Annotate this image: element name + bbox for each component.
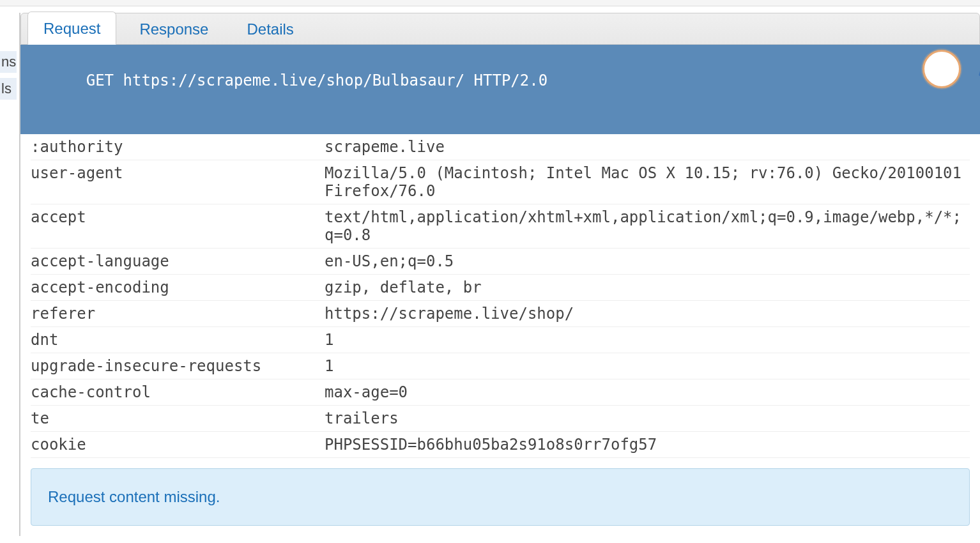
request-line-text: GET https://scrapeme.live/shop/Bulbasaur… xyxy=(86,72,547,89)
header-name: upgrade-insecure-requests xyxy=(31,357,325,375)
header-value: en-US,en;q=0.5 xyxy=(325,252,970,270)
main-panel: Request Response Details GET https://scr… xyxy=(19,13,980,536)
sidebar-item-2[interactable]: ls xyxy=(0,78,17,100)
header-row[interactable]: cookiePHPSESSID=b66bhu05ba2s91o8s0rr7ofg… xyxy=(31,432,970,458)
tabs: Request Response Details xyxy=(20,13,980,45)
sidebar: ns ls xyxy=(0,51,17,105)
header-value: 1 xyxy=(325,331,970,349)
tab-response[interactable]: Response xyxy=(124,13,224,45)
header-row[interactable]: upgrade-insecure-requests1 xyxy=(31,353,970,379)
header-row[interactable]: dnt1 xyxy=(31,327,970,353)
header-name: dnt xyxy=(31,331,325,349)
message-text: Request content missing. xyxy=(48,488,220,505)
tab-details[interactable]: Details xyxy=(231,13,309,45)
header-row[interactable]: tetrailers xyxy=(31,406,970,432)
header-name: cache-control xyxy=(31,383,325,401)
header-name: user-agent xyxy=(31,164,325,200)
header-name: accept-encoding xyxy=(31,279,325,296)
header-row[interactable]: accept-languageen-US,en;q=0.5 xyxy=(31,249,970,275)
header-value: Mozilla/5.0 (Macintosh; Intel Mac OS X 1… xyxy=(325,164,970,200)
header-name: accept xyxy=(31,208,325,244)
header-value: https://scrapeme.live/shop/ xyxy=(325,305,970,323)
header-row[interactable]: :authorityscrapeme.live xyxy=(31,134,970,160)
header-name: te xyxy=(31,409,325,427)
header-value: max-age=0 xyxy=(325,383,970,401)
pencil-icon xyxy=(886,40,980,98)
header-name: referer xyxy=(31,305,325,323)
request-line: GET https://scrapeme.live/shop/Bulbasaur… xyxy=(20,45,980,134)
content-missing-message: Request content missing. xyxy=(31,468,970,526)
header-row[interactable]: accept-encodinggzip, deflate, br xyxy=(31,275,970,301)
header-value: scrapeme.live xyxy=(325,138,970,156)
header-row[interactable]: cache-controlmax-age=0 xyxy=(31,379,970,406)
header-name: accept-language xyxy=(31,252,325,270)
header-value: PHPSESSID=b66bhu05ba2s91o8s0rr7ofg57 xyxy=(325,436,970,454)
sidebar-item-1[interactable]: ns xyxy=(0,51,17,73)
header-value: gzip, deflate, br xyxy=(325,279,970,296)
tab-request[interactable]: Request xyxy=(27,11,116,45)
header-value: 1 xyxy=(325,357,970,375)
edit-button[interactable] xyxy=(923,50,961,88)
header-value: trailers xyxy=(325,409,970,427)
header-name: cookie xyxy=(31,436,325,454)
header-value: text/html,application/xhtml+xml,applicat… xyxy=(325,208,970,244)
header-row[interactable]: refererhttps://scrapeme.live/shop/ xyxy=(31,301,970,327)
headers: :authorityscrapeme.liveuser-agentMozilla… xyxy=(20,134,980,458)
header-row[interactable]: user-agentMozilla/5.0 (Macintosh; Intel … xyxy=(31,160,970,204)
header-name: :authority xyxy=(31,138,325,156)
header-row[interactable]: accepttext/html,application/xhtml+xml,ap… xyxy=(31,204,970,249)
